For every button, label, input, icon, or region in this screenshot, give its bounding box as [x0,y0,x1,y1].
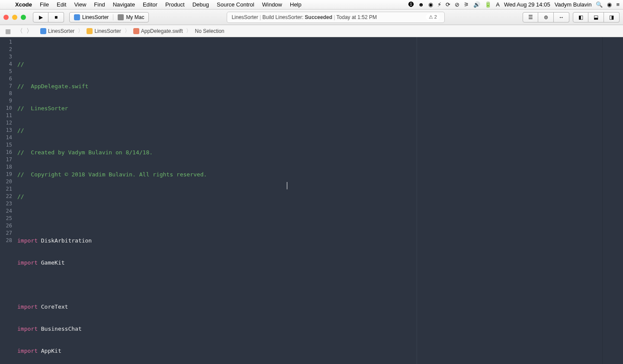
siri-icon[interactable]: ◉ [607,1,612,8]
code-comment: // [17,61,24,67]
text-caret [287,182,287,189]
jump-bar: ▦ 〈 〉 LinesSorter 〉 LinesSorter 〉 AppDel… [0,25,623,37]
keyword-import: import [17,326,38,332]
nav-back-button[interactable]: 〈 [15,27,25,35]
warning-badge[interactable]: ⚠︎ 2 [426,14,440,20]
code-comment: // AppDelegate.swift [17,83,88,89]
stop-button[interactable]: ■ [48,12,64,22]
spotlight-icon[interactable]: 🔍 [596,1,603,8]
keyword-import: import [17,237,38,244]
window-close-button[interactable] [3,15,9,20]
toggle-utilities-button[interactable]: ◨ [604,12,620,22]
keyword-import: import [17,348,38,354]
activity-scheme: LinesSorter [231,14,258,20]
code-comment: // [17,193,24,200]
toggle-debug-area-button[interactable]: ⬓ [588,12,604,22]
scheme-name: LinesSorter [82,14,109,20]
wifi-icon[interactable]: ⚞ [464,1,469,8]
project-icon [40,28,46,34]
menu-source-control[interactable]: Source Control [213,1,258,8]
window-zoom-button[interactable] [21,15,26,20]
run-controls: ▶ ■ [33,12,64,22]
xcode-toolbar: ▶ ■ LinesSorter My Mac LinesSorter | Bui… [0,10,623,25]
menu-editor[interactable]: Editor [139,1,161,8]
related-items-button[interactable]: ▦ [3,28,13,35]
bolt-icon[interactable]: ⚡︎ [437,1,441,8]
jumpbar-selection-label: No Selection [195,28,224,34]
menu-find[interactable]: Find [90,1,109,8]
jumpbar-folder-label: LinesSorter [94,28,121,34]
activity-text: LinesSorter | Build LinesSorter: Succeed… [231,14,377,20]
folder-icon [87,28,93,34]
scheme-selector[interactable]: LinesSorter My Mac [69,12,149,22]
menu-window[interactable]: Window [258,1,286,8]
sync-icon[interactable]: ⟳ [446,1,450,8]
code-comment: // LinesSorter [17,105,68,112]
code-editor[interactable]: // // AppDelegate.swift // LinesSorter /… [15,37,602,364]
dnd-icon[interactable]: ⊘ [455,1,459,8]
keyword-import: import [17,303,38,310]
scheme-icon [74,14,80,20]
menu-edit[interactable]: Edit [53,1,70,8]
code-comment: // Copyright © 2018 Vadim Bulavin. All r… [17,171,207,178]
keyword-import: import [17,259,38,266]
menu-view[interactable]: View [70,1,90,8]
module-name: AppKit [41,348,61,354]
standard-editor-button[interactable]: ☰ [523,12,538,22]
jumpbar-file-label: AppDelegate.swift [141,28,183,34]
line-number-gutter: 1234567891011121314151617181920212223242… [0,37,15,364]
viber-icon[interactable]: ◉ [428,1,433,8]
jumpbar-project-label: LinesSorter [48,28,74,34]
editor-mode-controls: ☰ ⊚ ↔ ◧ ⬓ ◨ [523,12,620,22]
macos-menubar: Xcode File Edit View Find Navigate Edito… [0,0,623,10]
destination-name: My Mac [126,14,144,20]
run-button[interactable]: ▶ [33,12,48,22]
activity-viewer[interactable]: LinesSorter | Build LinesSorter: Succeed… [227,12,445,23]
module-name: CoreText [41,303,68,310]
activity-time: Today at 1:52 PM [337,14,377,20]
window-minimize-button[interactable] [12,15,17,20]
activity-prefix: Build LinesSorter: [263,14,305,20]
menu-help[interactable]: Help [286,1,305,8]
toggle-navigator-button[interactable]: ◧ [573,12,588,22]
notification-center-icon[interactable]: ≡ [616,1,620,8]
module-name: BusinessChat [41,326,82,332]
scheme-segment[interactable]: LinesSorter [70,14,113,20]
editor-container: 1234567891011121314151617181920212223242… [0,37,623,364]
version-editor-button[interactable]: ↔ [554,12,569,22]
input-source-icon[interactable]: A [496,1,500,8]
mac-icon [118,14,124,20]
nav-forward-button[interactable]: 〉 [25,27,34,35]
menubar-left: Xcode File Edit View Find Navigate Edito… [3,1,305,8]
menu-file[interactable]: File [36,1,53,8]
menu-app[interactable]: Xcode [11,1,36,8]
code-comment: // Created by Vadym Bulavin on 8/14/18. [17,149,153,156]
editor-right-gutter [602,37,623,364]
module-name: DiskArbitration [41,237,92,244]
jumpbar-folder[interactable]: LinesSorter [85,28,122,34]
destination-segment[interactable]: My Mac [113,14,148,20]
code-comment: // [17,127,24,134]
skype-icon[interactable]: 🅢 [408,1,414,8]
swift-file-icon [133,28,139,34]
menu-product[interactable]: Product [161,1,189,8]
username[interactable]: Vadym Bulavin [555,1,592,8]
activity-status: Succeeded [305,14,332,20]
app-status-icon[interactable]: ☻ [418,1,424,8]
jumpbar-file[interactable]: AppDelegate.swift [132,28,185,34]
module-name: GameKit [41,259,65,266]
menu-debug[interactable]: Debug [189,1,213,8]
menu-navigate[interactable]: Navigate [109,1,139,8]
datetime[interactable]: Wed Aug 29 14:05 [504,1,550,8]
battery-icon[interactable]: 🔋 [485,1,491,8]
jumpbar-project[interactable]: LinesSorter [39,28,76,34]
assistant-editor-button[interactable]: ⊚ [538,12,554,22]
volume-icon[interactable]: 🔊 [473,1,480,8]
menubar-right: 🅢 ☻ ◉ ⚡︎ ⟳ ⊘ ⚞ 🔊 🔋 A Wed Aug 29 14:05 Va… [408,1,620,8]
window-traffic-lights [3,15,33,20]
jumpbar-selection[interactable]: No Selection [193,28,226,34]
